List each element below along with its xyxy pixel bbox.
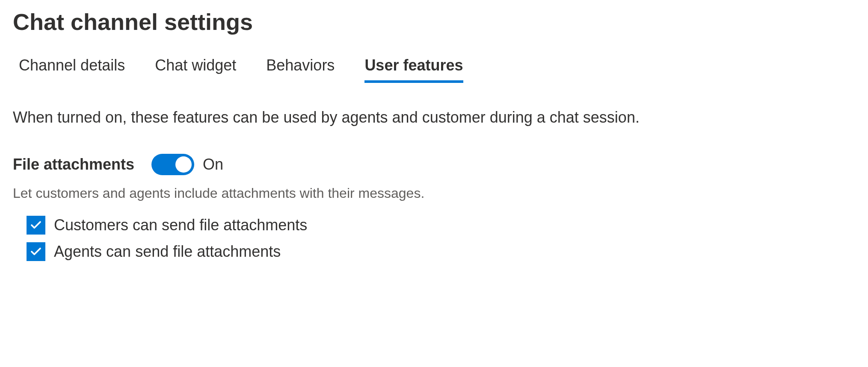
toggle-knob (175, 156, 192, 173)
checkbox-customers-label: Customers can send file attachments (54, 216, 307, 234)
checkbox-agents-label: Agents can send file attachments (54, 243, 281, 261)
check-icon (30, 245, 42, 258)
file-attachments-toggle-state: On (203, 156, 223, 173)
tabs: Channel details Chat widget Behaviors Us… (13, 56, 855, 81)
file-attachments-row: File attachments On (13, 154, 855, 175)
check-icon (30, 219, 42, 232)
file-attachments-options: Customers can send file attachments Agen… (13, 216, 855, 261)
checkbox-agents-send[interactable] (27, 242, 45, 261)
tab-channel-details[interactable]: Channel details (19, 56, 125, 81)
page-title: Chat channel settings (13, 9, 855, 35)
tab-chat-widget[interactable]: Chat widget (155, 56, 236, 81)
tab-user-features[interactable]: User features (364, 56, 463, 81)
file-attachments-toggle-wrap: On (151, 154, 223, 175)
tab-description: When turned on, these features can be us… (13, 107, 855, 128)
checkbox-customers-send[interactable] (27, 216, 45, 235)
file-attachments-label: File attachments (13, 156, 134, 173)
checkbox-row-customers: Customers can send file attachments (27, 216, 855, 235)
file-attachments-toggle[interactable] (151, 154, 194, 175)
checkbox-row-agents: Agents can send file attachments (27, 242, 855, 261)
file-attachments-helper: Let customers and agents include attachm… (13, 184, 855, 203)
tab-behaviors[interactable]: Behaviors (266, 56, 335, 81)
